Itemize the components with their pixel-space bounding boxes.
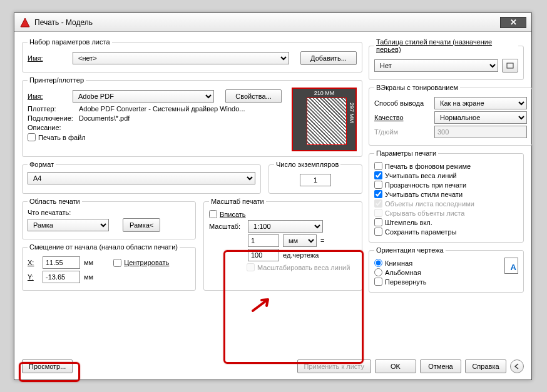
center-checkbox[interactable]: Центрировать [113,259,169,267]
scale-lineweights-checkbox: Масштабировать веса линий [209,263,357,271]
format-group: Формат A4 [22,161,261,194]
scale-group: Масштаб печати Вписать Масштаб: 1:100 мм… [203,198,362,291]
scale-select[interactable]: 1:100 [248,220,323,233]
print-to-file-checkbox[interactable]: Печать в файл [28,133,282,141]
printer-group: Принтер/плоттер Имя: Adobe PDF Свойства.… [22,76,362,157]
cancel-button[interactable]: Отмена [420,359,461,373]
window-title: Печать - Модель [34,18,93,27]
apply-to-layout-button: Применить к листу [297,359,372,373]
print-dialog: Печать - Модель ✕ Набор параметров листа… [14,13,532,380]
orientation-upside-checkbox[interactable]: Перевернуть [374,278,504,286]
orientation-group: Ориентация чертежа Книжная Альбомная Пер… [369,246,524,293]
plot-style-edit-button[interactable] [502,59,518,73]
copies-input[interactable] [300,174,331,186]
opt-save-checkbox[interactable]: Сохранить параметры [374,228,518,236]
offset-y-input[interactable] [43,271,80,283]
copies-group: Число экземпляров [268,161,362,194]
close-button[interactable]: ✕ [500,17,526,28]
quality-select[interactable]: Нормальное [434,111,527,124]
ok-button[interactable]: OK [375,359,416,373]
window-pick-button[interactable]: Рамка< [123,218,160,232]
paper-preview: 210 MM 297 MM [292,88,357,151]
plot-area-group: Область печати Что печатать: Рамка Рамка… [22,198,196,239]
opt-lineweights-checkbox[interactable]: Учитывать веса линий [374,171,518,179]
app-logo-icon [19,17,31,28]
plot-style-group: Таблица стилей печати (назначение перьев… [369,38,524,80]
fit-checkbox[interactable]: Вписать [209,210,357,218]
orientation-icon [504,258,518,274]
printer-properties-button[interactable]: Свойства... [225,89,282,103]
opt-stamp-checkbox[interactable]: Штемпель вкл. [374,218,518,226]
opt-transparency-checkbox[interactable]: Прозрачность при печати [374,181,518,189]
offset-group: Смещение от начала (начало области печат… [22,243,196,291]
plot-options-group: Параметры печати Печать в фоновом режиме… [369,149,524,243]
scale-unit-input[interactable] [248,234,279,247]
plot-style-select[interactable]: Нет [374,59,498,72]
help-button[interactable]: Справка [465,359,506,373]
printer-name-select[interactable]: Adobe PDF [73,90,214,103]
opt-plotstyles-checkbox[interactable]: Учитывать стили печати [374,190,518,198]
page-setup-legend: Набор параметров листа [28,38,112,46]
opt-paperspace-checkbox: Объекты листа последними [374,199,518,208]
orientation-landscape-radio[interactable]: Альбомная [374,268,504,276]
paper-format-select[interactable]: A4 [28,172,255,184]
orientation-portrait-radio[interactable]: Книжная [374,259,504,267]
dpi-input [434,126,527,138]
scale-unit-select[interactable]: мм [283,234,317,247]
page-setup-name-select[interactable]: <нет> [73,52,289,64]
offset-x-input[interactable] [43,256,80,269]
titlebar: Печать - Модель ✕ [14,13,531,32]
shade-mode-select[interactable]: Как на экране [434,97,527,109]
add-button[interactable]: Добавить... [300,51,357,65]
page-setup-group: Набор параметров листа Имя: <нет> Добави… [22,38,362,73]
svg-rect-0 [507,63,513,68]
collapse-button[interactable] [510,359,524,373]
plot-area-select[interactable]: Рамка [28,219,109,231]
opt-hide-checkbox: Скрывать объекты листа [374,209,518,217]
preview-button[interactable]: Просмотр... [22,359,73,373]
scale-drawing-input[interactable] [248,249,279,261]
opt-background-checkbox[interactable]: Печать в фоновом режиме [374,162,518,170]
dialog-footer: Просмотр... Применить к листу OK Отмена … [14,354,531,378]
shaded-viewport-group: ВЭкраны с тонированием Способ выводаКак … [369,84,533,146]
